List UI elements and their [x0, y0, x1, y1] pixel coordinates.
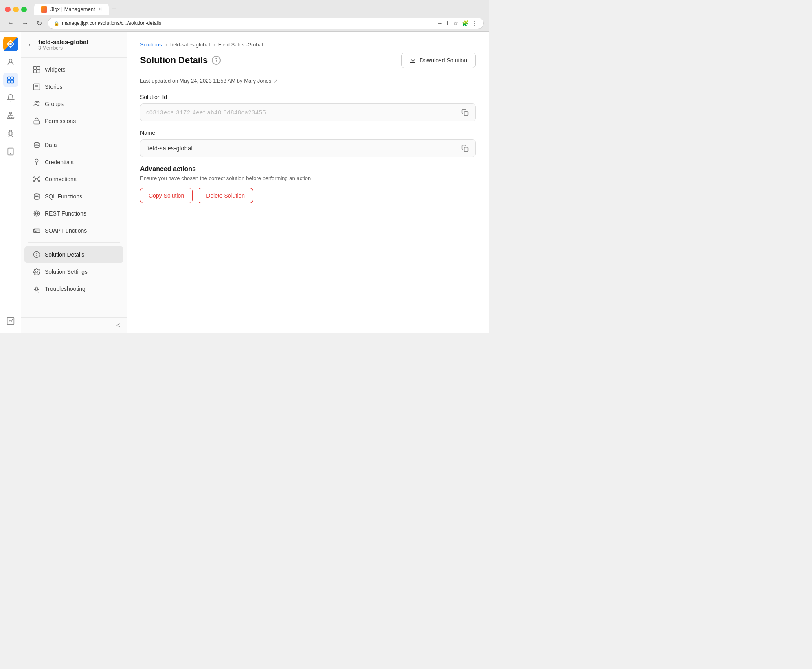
sidebar-item-connections-label: Connections: [45, 176, 77, 183]
svg-rect-46: [464, 112, 468, 116]
external-link-icon: ↗: [274, 78, 278, 84]
sidebar-item-connections[interactable]: Connections: [24, 171, 123, 187]
url-text: manage.jigx.com/solutions/c.../solution-…: [62, 20, 434, 26]
sidebar-item-groups[interactable]: Groups: [24, 96, 123, 112]
solution-id-label: Solution Id: [140, 94, 476, 100]
svg-point-1: [9, 43, 12, 45]
jigx-logo[interactable]: [3, 37, 18, 51]
svg-rect-8: [7, 117, 9, 118]
breadcrumb: Solutions › field-sales-global › Field S…: [140, 42, 476, 48]
rail-bug-icon[interactable]: [3, 126, 18, 141]
forward-nav-button[interactable]: →: [20, 19, 31, 28]
svg-point-28: [34, 177, 35, 178]
sidebar-item-troubleshooting-label: Troubleshooting: [45, 286, 86, 292]
close-button[interactable]: [5, 7, 11, 12]
name-value: field-sales-global: [146, 145, 461, 152]
download-button-label: Download Solution: [419, 57, 467, 64]
new-tab-button[interactable]: +: [109, 3, 120, 15]
svg-line-33: [37, 178, 39, 179]
breadcrumb-solutions-link[interactable]: Solutions: [140, 42, 162, 48]
share-icon[interactable]: ⬆: [445, 20, 450, 26]
menu-icon[interactable]: ⋮: [472, 20, 478, 26]
help-icon[interactable]: ?: [212, 56, 221, 65]
breadcrumb-sep-1: ›: [165, 42, 167, 48]
solution-id-value: c0813eca 3172 4eef ab40 0d848ca23455: [146, 109, 461, 116]
sidebar-item-data-label: Data: [45, 142, 57, 148]
svg-point-31: [39, 180, 40, 182]
sidebar-header: ← field-sales-global 3 Members: [21, 32, 127, 58]
sidebar-item-rest-functions[interactable]: REST Functions: [24, 205, 123, 222]
svg-rect-4: [11, 77, 13, 80]
key-icon[interactable]: 🗝: [436, 20, 442, 26]
name-label: Name: [140, 130, 476, 136]
icon-rail: [0, 32, 21, 333]
minimize-button[interactable]: [13, 7, 19, 12]
svg-rect-24: [34, 121, 40, 124]
sidebar-collapse-button[interactable]: <: [116, 322, 120, 329]
rail-notifications-icon[interactable]: [3, 90, 18, 105]
svg-rect-7: [9, 112, 11, 114]
svg-point-25: [34, 142, 39, 144]
name-copy-button[interactable]: [461, 144, 470, 153]
svg-rect-6: [11, 80, 13, 83]
svg-rect-5: [7, 80, 10, 83]
refresh-nav-button[interactable]: ↻: [34, 19, 44, 28]
svg-point-22: [35, 101, 37, 103]
permissions-icon: [33, 117, 41, 125]
tab-close-icon[interactable]: ✕: [99, 7, 102, 12]
delete-solution-button[interactable]: Delete Solution: [198, 188, 253, 203]
sidebar-item-solution-settings[interactable]: Solution Settings: [24, 264, 123, 280]
sidebar-item-stories[interactable]: Stories: [24, 79, 123, 95]
maximize-button[interactable]: [21, 7, 27, 12]
sidebar-item-stories-label: Stories: [45, 84, 63, 90]
sidebar-footer: <: [21, 317, 127, 333]
rail-chart-icon[interactable]: [3, 314, 18, 328]
sidebar-item-soap-functions-label: SOAP Functions: [45, 227, 87, 234]
active-tab[interactable]: Jigx | Management ✕: [34, 4, 109, 15]
lock-icon: 🔒: [54, 21, 59, 26]
extension-icon[interactable]: 🧩: [462, 20, 469, 26]
sidebar-back-button[interactable]: ←: [28, 41, 34, 48]
bookmark-icon[interactable]: ☆: [453, 20, 459, 26]
sidebar-item-data[interactable]: Data: [24, 137, 123, 153]
sidebar-item-troubleshooting[interactable]: Troubleshooting: [24, 281, 123, 297]
action-buttons: Copy Solution Delete Solution: [140, 188, 476, 203]
rail-users-icon[interactable]: [3, 55, 18, 69]
breadcrumb-solution-name: field-sales-global: [170, 42, 210, 48]
download-icon: [410, 57, 416, 64]
download-solution-button[interactable]: Download Solution: [401, 53, 476, 68]
rail-tablet-icon[interactable]: [3, 144, 18, 159]
stories-icon: [33, 83, 41, 91]
sidebar-item-widgets[interactable]: Widgets: [24, 62, 123, 78]
sidebar-members-count: 3 Members: [38, 45, 88, 51]
rail-solutions-icon[interactable]: [3, 73, 18, 87]
solution-id-copy-button[interactable]: [461, 108, 470, 117]
svg-rect-41: [35, 231, 37, 232]
sidebar-item-solution-details[interactable]: Solution Details: [24, 246, 123, 263]
solution-id-section: Solution Id c0813eca 3172 4eef ab40 0d84…: [140, 94, 476, 121]
sidebar-item-solution-settings-label: Solution Settings: [45, 268, 88, 275]
svg-point-29: [39, 177, 40, 178]
sidebar-item-credentials[interactable]: Credentials: [24, 154, 123, 170]
svg-rect-10: [12, 117, 14, 118]
svg-point-36: [34, 194, 39, 195]
sidebar-item-soap-functions[interactable]: SOAP Functions: [24, 222, 123, 239]
svg-rect-9: [9, 117, 11, 118]
svg-line-32: [35, 178, 36, 179]
copy-solution-button[interactable]: Copy Solution: [140, 188, 193, 203]
back-nav-button[interactable]: ←: [5, 19, 16, 28]
sidebar-item-widgets-label: Widgets: [45, 66, 66, 73]
sidebar-item-sql-functions[interactable]: SQL Functions: [24, 188, 123, 205]
sidebar-item-permissions[interactable]: Permissions: [24, 113, 123, 129]
sidebar-item-solution-details-label: Solution Details: [45, 251, 84, 258]
data-icon: [33, 141, 41, 149]
credentials-icon: [33, 158, 41, 166]
sql-functions-icon: [33, 192, 41, 200]
sidebar: ← field-sales-global 3 Members Widgets: [21, 32, 127, 333]
url-bar[interactable]: 🔒 manage.jigx.com/solutions/c.../solutio…: [48, 18, 484, 29]
page-title-row: Solution Details ?: [140, 55, 221, 66]
rail-hierarchy-icon[interactable]: [3, 108, 18, 123]
sidebar-item-sql-functions-label: SQL Functions: [45, 193, 82, 200]
name-field: field-sales-global: [140, 139, 476, 157]
sidebar-item-permissions-label: Permissions: [45, 118, 76, 124]
